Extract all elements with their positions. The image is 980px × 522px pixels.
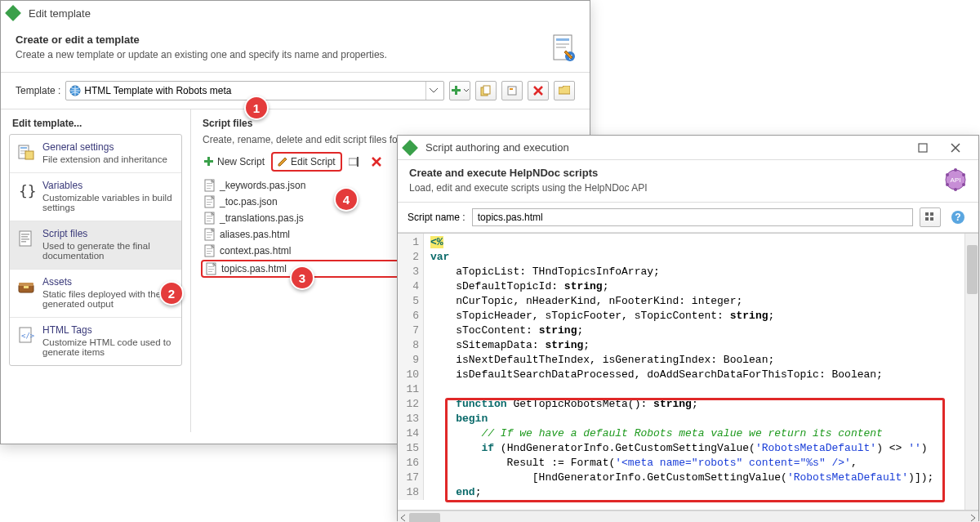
file-name: aliases.pas.html	[220, 229, 290, 240]
vertical-scrollbar[interactable]	[964, 234, 978, 510]
scroll-left-icon[interactable]	[399, 514, 408, 522]
close-button[interactable]	[939, 137, 972, 158]
header-title: Create or edit a template	[16, 33, 575, 46]
svg-rect-12	[510, 88, 513, 90]
template-doc-icon: T	[552, 33, 575, 61]
sidebar-item-html-tags[interactable]: </>HTML TagsCustomize HTML code used to …	[10, 318, 181, 365]
svg-rect-16	[20, 153, 25, 154]
svg-point-61	[962, 183, 965, 186]
titlebar[interactable]: Edit template	[1, 1, 590, 25]
svg-rect-67	[930, 212, 933, 216]
sidebar-item-variables[interactable]: {}VariablesCustomizable variables in bui…	[10, 173, 181, 221]
script-window-title: Script authoring and execution	[425, 141, 569, 154]
svg-rect-14	[20, 147, 27, 149]
add-template-button[interactable]	[449, 81, 470, 100]
help-icon: ?	[951, 210, 965, 225]
svg-rect-50	[207, 248, 212, 249]
svg-rect-42	[207, 216, 212, 216]
file-name: _keywords.pas.json	[220, 180, 305, 191]
app-icon	[402, 140, 418, 156]
header-subtitle: Create a new template or update an exist…	[16, 49, 575, 60]
edit-script-label: Edit Script	[291, 156, 336, 167]
svg-rect-54	[208, 266, 214, 267]
script-authoring-window: Script authoring and execution Create an…	[397, 135, 979, 521]
globe-icon	[69, 85, 81, 96]
script-titlebar[interactable]: Script authoring and execution	[398, 136, 978, 160]
sidebar-item-desc: Used to generate the final documentation	[42, 241, 175, 261]
svg-rect-31	[349, 158, 357, 165]
svg-rect-56	[208, 271, 212, 272]
sidebar-item-title: General settings	[42, 141, 167, 153]
file-name: _toc.pas.json	[220, 196, 278, 207]
sidebar-item-desc: Customize HTML code used to generate ite…	[42, 337, 175, 357]
script-header: Create and execute HelpNDoc scripts Load…	[398, 160, 978, 203]
svg-point-63	[946, 183, 949, 186]
new-script-button[interactable]: New Script	[199, 152, 270, 172]
build-script-button[interactable]	[920, 207, 941, 227]
sidebar-item-desc: Static files deployed with the generated…	[42, 289, 175, 309]
svg-point-64	[946, 173, 949, 176]
template-row: Template : HTML Template with Robots met…	[1, 73, 590, 109]
code-editor[interactable]: 123456789101112131415161718 <%var aTopic…	[398, 233, 978, 511]
delete-x-icon	[372, 157, 381, 167]
svg-rect-17	[25, 151, 33, 159]
step-badge-3: 3	[290, 265, 314, 290]
svg-point-59	[954, 168, 957, 172]
svg-rect-8	[452, 89, 461, 91]
svg-rect-35	[207, 185, 212, 186]
side-list: General settingsFile extension and inher…	[9, 134, 182, 366]
sidebar-item-desc: File extension and inheritance	[42, 154, 167, 164]
svg-rect-51	[207, 251, 212, 252]
scroll-thumb[interactable]	[409, 513, 440, 523]
file-name: context.pas.html	[220, 245, 291, 257]
delete-template-button[interactable]	[528, 81, 549, 100]
svg-rect-3	[556, 47, 566, 48]
svg-rect-52	[207, 253, 211, 254]
horizontal-scrollbar[interactable]	[398, 511, 978, 522]
plus-icon	[204, 157, 214, 167]
delete-script-button[interactable]	[367, 152, 386, 172]
rename-icon	[349, 157, 360, 167]
left-col-title: Edit template...	[9, 118, 182, 129]
svg-rect-26	[24, 286, 29, 288]
svg-rect-48	[207, 237, 211, 238]
sidebar-item-script-files[interactable]: Script filesUsed to generate the final d…	[10, 221, 181, 270]
sidebar-item-assets[interactable]: AssetsStatic files deployed with the gen…	[10, 270, 181, 318]
svg-rect-44	[207, 221, 211, 221]
sidebar-item-desc: Customizable variables in build settings	[42, 193, 175, 212]
api-gear-icon: API	[944, 168, 967, 191]
copy-template-button[interactable]	[475, 81, 497, 100]
template-label: Template :	[16, 85, 60, 96]
svg-rect-57	[919, 144, 927, 152]
rename-script-button[interactable]	[344, 152, 365, 172]
sidebar-item-title: Variables	[42, 180, 175, 191]
svg-text:?: ?	[955, 212, 960, 223]
svg-rect-69	[930, 217, 933, 221]
svg-rect-2	[556, 43, 569, 45]
svg-rect-25	[19, 283, 33, 286]
svg-rect-43	[207, 218, 212, 219]
chevron-down-icon[interactable]	[425, 82, 440, 100]
file-name: topics.pas.html	[221, 263, 287, 274]
svg-rect-66	[925, 212, 929, 216]
open-folder-button[interactable]	[554, 81, 575, 100]
script-name-label: Script name :	[408, 212, 466, 223]
svg-rect-34	[207, 183, 212, 184]
sidebar-item-general-settings[interactable]: General settingsFile extension and inher…	[10, 135, 181, 173]
edit-script-button[interactable]: Edit Script	[271, 152, 342, 172]
script-name-input[interactable]	[472, 208, 913, 226]
maximize-button[interactable]	[906, 137, 939, 158]
svg-rect-10	[483, 86, 490, 94]
sidebar-item-title: Script files	[42, 228, 175, 239]
sidebar-icon: {}	[16, 180, 36, 212]
sidebar-item-title: Assets	[42, 276, 175, 288]
rename-template-button[interactable]	[501, 81, 523, 100]
step-badge-2: 2	[159, 281, 184, 306]
svg-rect-47	[207, 234, 212, 235]
scroll-right-icon[interactable]	[969, 514, 977, 522]
svg-point-62	[954, 188, 957, 191]
code-content[interactable]: <%var aTopicList: THndTopicsInfoArray; s…	[424, 234, 978, 500]
grid-icon	[924, 212, 936, 223]
help-button[interactable]: ?	[947, 207, 969, 227]
sidebar-icon	[16, 141, 36, 164]
